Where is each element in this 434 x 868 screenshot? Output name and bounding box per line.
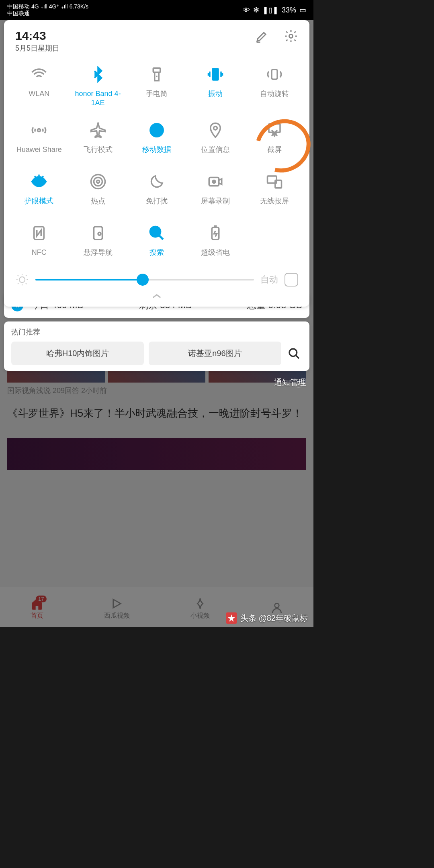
tile-dnd[interactable]: 免打扰 xyxy=(127,168,186,216)
tile-vibrate[interactable]: 振动 xyxy=(186,60,245,113)
tile-search[interactable]: 搜索 xyxy=(127,219,186,267)
share-icon xyxy=(30,121,48,139)
status-bar: 中国移动 4G ₊ıll 4G⁺ ₊ıll 6.73K/s 中国联通 👁 ✻ ❚… xyxy=(0,0,313,20)
svg-point-1 xyxy=(289,35,293,38)
tab-badge: 17 xyxy=(36,596,46,602)
bluetooth-icon xyxy=(89,65,107,84)
tab-shortvideo[interactable]: 小视频 xyxy=(190,597,210,620)
tile-powersave[interactable]: 超级省电 xyxy=(186,219,245,267)
recommend-button-1[interactable]: 哈弗H10内饰图片 xyxy=(11,342,144,365)
tile-nfc[interactable]: NFC xyxy=(10,219,68,267)
status-carriers: 中国移动 4G ₊ıll 4G⁺ ₊ıll 6.73K/s 中国联通 xyxy=(7,3,88,17)
time: 14:43 xyxy=(15,29,59,43)
svg-point-19 xyxy=(98,232,101,235)
location-icon xyxy=(206,121,225,139)
recommend-search-icon[interactable] xyxy=(286,346,302,362)
brightness-slider[interactable] xyxy=(35,279,254,280)
tile-mobile-data[interactable]: 移动数据 xyxy=(127,116,186,164)
svg-point-10 xyxy=(96,180,99,183)
mobiledata-icon xyxy=(147,121,166,139)
feed-banner[interactable] xyxy=(7,438,306,470)
tab-xigua[interactable]: 西瓜视频 xyxy=(104,597,130,620)
rotate-icon xyxy=(265,65,284,84)
tile-eyecomfort[interactable]: 护眼模式 xyxy=(10,168,68,216)
slider-thumb[interactable] xyxy=(137,274,149,286)
quick-settings-panel: 14:43 5月5日星期日 WLAN honor Band 4-1AE 手电筒 … xyxy=(4,20,309,307)
search-icon xyxy=(147,224,166,242)
feed-meta: 国际视角浅说 209回答 2小时前 xyxy=(7,386,107,395)
recommend-title: 热门推荐 xyxy=(11,327,302,337)
eye-comfort-icon: 👁 xyxy=(243,6,250,14)
battery-icon: ▭ xyxy=(299,6,306,14)
brightness-row: 自动 xyxy=(10,267,304,291)
svg-point-9 xyxy=(37,180,41,184)
status-right: 👁 ✻ ❚▯❚ 33% ▭ xyxy=(243,6,306,14)
date: 5月5日星期日 xyxy=(15,43,59,53)
svg-point-0 xyxy=(274,603,279,608)
auto-brightness-label: 自动 xyxy=(260,274,278,286)
tile-huawei-share[interactable]: Huawei Share xyxy=(10,116,68,164)
settings-icon[interactable] xyxy=(284,29,298,45)
feed-title[interactable]: 《斗罗世界》H5来了！半小时武魂融合技，一晚进阶封号斗罗！ xyxy=(7,406,306,420)
svg-rect-4 xyxy=(272,70,277,80)
tile-wlan[interactable]: WLAN xyxy=(10,60,68,113)
brightness-icon xyxy=(15,273,29,287)
tile-flashlight[interactable]: 手电筒 xyxy=(127,60,186,113)
collapse-chevron[interactable] xyxy=(10,291,304,303)
edit-icon[interactable] xyxy=(255,29,269,45)
svg-point-5 xyxy=(38,129,41,131)
svg-point-20 xyxy=(150,227,160,237)
svg-point-7 xyxy=(214,126,217,130)
tile-autorotate[interactable]: 自动旋转 xyxy=(245,60,304,113)
battery-icon xyxy=(206,224,225,242)
cast-icon xyxy=(265,172,284,191)
floatnav-icon xyxy=(89,224,107,242)
svg-point-23 xyxy=(289,349,297,356)
svg-rect-2 xyxy=(153,68,160,72)
airplane-icon xyxy=(89,121,107,139)
vibrate-icon xyxy=(206,65,225,84)
bluetooth-icon: ✻ xyxy=(253,6,259,14)
svg-point-22 xyxy=(19,277,25,283)
svg-point-14 xyxy=(213,180,215,183)
svg-point-6 xyxy=(150,124,163,137)
screenshot-icon xyxy=(265,121,284,139)
flashlight-icon xyxy=(147,65,166,84)
svg-rect-8 xyxy=(269,124,280,132)
battery-percent: 33% xyxy=(282,6,296,14)
moon-icon xyxy=(147,172,166,191)
tile-floatnav[interactable]: 悬浮导航 xyxy=(68,219,127,267)
recommend-button-2[interactable]: 诺基亚n96图片 xyxy=(149,342,281,365)
nfc-icon xyxy=(30,224,48,242)
watermark: 头条 @82年破鼠标 xyxy=(226,612,308,624)
toutiao-icon xyxy=(226,612,237,624)
tile-hotspot[interactable]: 热点 xyxy=(68,168,127,216)
svg-point-11 xyxy=(94,177,102,186)
tile-screenrecord[interactable]: 屏幕录制 xyxy=(186,168,245,216)
wifi-icon xyxy=(30,65,48,84)
record-icon xyxy=(206,172,225,191)
tab-home[interactable]: 17 首页 xyxy=(31,597,43,620)
tile-location[interactable]: 位置信息 xyxy=(186,116,245,164)
tile-screenshot[interactable]: 截屏 xyxy=(245,116,304,164)
clock-area[interactable]: 14:43 5月5日星期日 xyxy=(15,29,59,53)
eye-icon xyxy=(30,172,48,191)
notification-manage[interactable]: 通知管理 xyxy=(274,377,306,388)
svg-rect-3 xyxy=(213,69,218,80)
recommend-card: 热门推荐 哈弗H10内饰图片 诺基亚n96图片 xyxy=(4,321,309,371)
tile-bluetooth[interactable]: honor Band 4-1AE xyxy=(68,60,127,113)
auto-brightness-checkbox[interactable] xyxy=(285,273,298,287)
vibrate-icon: ❚▯❚ xyxy=(262,6,278,14)
tile-cast[interactable]: 无线投屏 xyxy=(245,168,304,216)
quick-settings-grid: WLAN honor Band 4-1AE 手电筒 振动 自动旋转 Huawei… xyxy=(10,60,304,267)
hotspot-icon xyxy=(89,172,107,191)
tile-airplane[interactable]: 飞行模式 xyxy=(68,116,127,164)
